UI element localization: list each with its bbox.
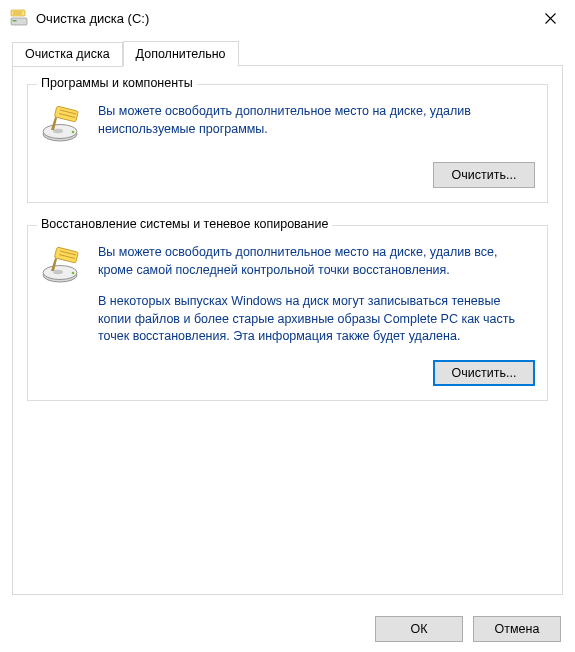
tab-disk-cleanup[interactable]: Очистка диска [12,42,123,67]
cleanup-restore-button[interactable]: Очистить... [433,360,535,386]
svg-point-10 [72,131,75,134]
drive-broom-icon [40,103,84,148]
dialog-content: Очистка диска Дополнительно Программы и … [0,36,575,595]
tab-strip: Очистка диска Дополнительно [12,40,563,65]
group-programs: Программы и компоненты Вы може [27,84,548,203]
drive-broom-icon [40,244,84,289]
svg-rect-2 [11,10,25,16]
group-restore-text: Вы можете освободить дополнительное мест… [98,244,535,346]
group-programs-text: Вы можете освободить дополнительное мест… [98,103,535,138]
cancel-button[interactable]: Отмена [473,616,561,642]
close-icon [545,13,556,24]
group-system-restore: Восстановление системы и теневое копиров… [27,225,548,401]
programs-description: Вы можете освободить дополнительное мест… [98,103,535,138]
close-button[interactable] [527,2,573,34]
disk-cleanup-icon [10,9,28,27]
svg-rect-0 [11,18,27,25]
group-restore-legend: Восстановление системы и теневое копиров… [37,217,332,231]
restore-description-1: Вы можете освободить дополнительное мест… [98,244,535,279]
svg-point-9 [53,129,63,133]
dialog-footer: ОК Отмена [375,616,561,642]
window-title: Очистка диска (C:) [36,11,527,26]
svg-point-16 [53,270,63,274]
svg-rect-1 [13,20,17,21]
tab-more-options[interactable]: Дополнительно [123,41,239,66]
group-programs-legend: Программы и компоненты [37,76,197,90]
ok-button[interactable]: ОК [375,616,463,642]
titlebar: Очистка диска (C:) [0,0,575,36]
cleanup-programs-button[interactable]: Очистить... [433,162,535,188]
restore-description-2: В некоторых выпусках Windows на диск мог… [98,293,535,346]
tab-panel-more-options: Программы и компоненты Вы може [12,65,563,595]
svg-point-17 [72,272,75,275]
